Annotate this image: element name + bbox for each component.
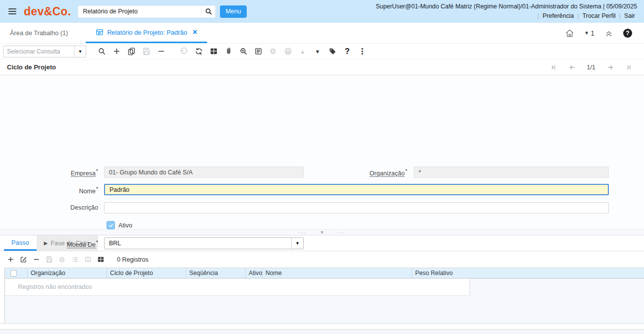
prev-page-icon[interactable] — [569, 64, 576, 71]
moeda-combobox[interactable]: BRL ▼ — [104, 237, 304, 249]
menu-button[interactable]: Menu — [220, 5, 246, 18]
help-circle-icon[interactable]: ? — [623, 29, 632, 38]
caret-down-icon[interactable]: ▼ — [310, 45, 325, 58]
detail-table-body: Registros não encontrados — [4, 278, 644, 323]
tab-active-label: Relatório de Projeto: Padrão — [107, 29, 187, 36]
record-header: Ciclo de Projeto 1/1 — [0, 59, 644, 75]
column-header-organizacao[interactable]: Organização — [28, 268, 107, 278]
hamburger-menu-icon[interactable] — [6, 5, 19, 18]
required-marker: * — [405, 168, 407, 174]
page-title: Ciclo de Projeto — [7, 63, 56, 71]
logout-link[interactable]: Sair — [622, 12, 637, 19]
empty-row: Registros não encontrados — [5, 278, 470, 296]
record-form: Empresa* 01- Grupo Mundo do Café S/A Org… — [0, 75, 644, 229]
ativo-checkbox[interactable] — [107, 221, 115, 229]
ellipsis-icon[interactable]: ⋮ — [355, 45, 370, 58]
nome-field[interactable]: Padrão — [104, 184, 609, 195]
empresa-field[interactable]: 01- Grupo Mundo do Café S/A — [104, 167, 304, 178]
home-icon[interactable] — [565, 28, 575, 38]
caret-down-icon[interactable]: ▼ — [74, 46, 86, 57]
tabbar-actions: ▼ 1 ? — [565, 23, 644, 43]
gear-icon: ⚙ — [55, 253, 68, 267]
column-header-ciclo[interactable]: Ciclo de Projeto — [107, 268, 186, 278]
report-icon[interactable] — [251, 45, 266, 58]
required-marker: * — [96, 186, 98, 192]
organizacao-label: Organização* — [317, 168, 407, 177]
search-input[interactable] — [78, 6, 201, 17]
ativo-label: Ativo — [118, 222, 132, 229]
window-tab-bar: Área de Trabalho (1) Relatório de Projet… — [0, 23, 644, 44]
last-page-icon[interactable] — [625, 64, 632, 71]
user-info: SuperUser@01-Mundo Café Matriz (Regime N… — [376, 2, 637, 11]
user-links: |Preferência|Trocar Perfil|Sair — [376, 12, 637, 20]
grid-icon[interactable] — [94, 253, 107, 267]
organizacao-field[interactable]: * — [414, 167, 609, 178]
window-count: 1 — [590, 29, 594, 37]
tag-icon[interactable] — [325, 45, 340, 58]
descricao-field[interactable] — [104, 202, 609, 214]
grid-icon[interactable] — [206, 45, 221, 58]
search-icon — [205, 7, 213, 15]
required-marker: * — [96, 240, 98, 245]
first-page-icon[interactable] — [550, 64, 557, 71]
print-icon — [280, 45, 295, 58]
minus-icon[interactable] — [30, 253, 43, 267]
next-page-icon[interactable] — [607, 64, 614, 71]
tab-active-window[interactable]: Relatório de Projeto: Padrão × — [86, 23, 207, 43]
caret-down-icon[interactable]: ▼ — [291, 238, 303, 249]
user-area: SuperUser@01-Mundo Café Matriz (Regime N… — [376, 2, 637, 20]
caret-up-icon: ▲ — [295, 45, 310, 58]
close-icon[interactable]: × — [193, 28, 197, 37]
search-button[interactable] — [201, 6, 215, 17]
undo-icon — [176, 45, 191, 58]
splitter-collapse-icon[interactable]: ▼ — [320, 230, 324, 235]
save-icon — [139, 45, 154, 58]
caret-down-icon: ▼ — [584, 30, 589, 36]
select-all-cell — [5, 268, 28, 278]
moeda-label: Moeda De* — [20, 240, 98, 248]
edit-icon[interactable] — [17, 253, 30, 267]
list-icon — [68, 253, 81, 267]
tab-workspace[interactable]: Área de Trabalho (1) — [0, 23, 78, 43]
splitter-handle-icon[interactable]: ··· — [299, 231, 307, 234]
nome-label: Nome* — [20, 186, 98, 195]
global-search-box — [78, 5, 215, 18]
column-header-nome[interactable]: Nome — [263, 268, 412, 278]
zoom-in-icon[interactable] — [236, 45, 251, 58]
copy-icon[interactable] — [124, 45, 139, 58]
collapse-all-icon[interactable] — [604, 28, 614, 38]
moeda-value: BRL — [105, 238, 291, 249]
pane-splitter[interactable]: ··· ▼ ··· — [0, 229, 644, 235]
search-icon[interactable] — [94, 45, 109, 58]
app-logo[interactable]: dev&Co. — [24, 5, 71, 18]
column-header-peso[interactable]: Peso Relativo — [412, 268, 644, 278]
application-window: dev&Co. Menu SuperUser@01-Mundo Café Mat… — [0, 0, 644, 334]
refresh-icon[interactable] — [191, 45, 206, 58]
column-header-sequencia[interactable]: Seqüência — [186, 268, 246, 278]
window-selector[interactable]: ▼ 1 — [584, 29, 594, 37]
record-pagination: 1/1 — [550, 64, 632, 71]
minus-icon[interactable] — [154, 45, 168, 58]
preference-link[interactable]: Preferência — [540, 12, 576, 19]
detail-toolbar: ⚙ 0 Registros — [0, 251, 644, 268]
save-icon — [43, 253, 55, 267]
column-header-ativo[interactable]: Ativo — [246, 268, 263, 278]
divider: | — [536, 12, 540, 19]
main-toolbar: ▼ ⚙ ▲ ▼ ? ⋮ — [0, 44, 644, 59]
query-input[interactable] — [3, 46, 74, 57]
change-role-link[interactable]: Trocar Perfil — [581, 12, 618, 19]
query-combobox: ▼ — [3, 46, 86, 57]
tab-workspace-label: Área de Trabalho (1) — [10, 29, 68, 37]
splitter-handle-icon[interactable]: ··· — [337, 231, 345, 234]
top-header: dev&Co. Menu SuperUser@01-Mundo Café Mat… — [0, 0, 644, 23]
plus-icon[interactable] — [109, 45, 124, 58]
help-icon[interactable]: ? — [340, 45, 355, 58]
attachment-icon[interactable] — [221, 45, 236, 58]
select-all-checkbox[interactable] — [10, 270, 17, 277]
plus-icon[interactable] — [4, 253, 17, 267]
required-marker: * — [96, 168, 98, 174]
page-indicator: 1/1 — [587, 64, 595, 71]
divider: | — [576, 12, 581, 19]
columns-icon — [81, 253, 94, 267]
detail-table-header: Organização Ciclo de Projeto Seqüência A… — [4, 268, 644, 278]
